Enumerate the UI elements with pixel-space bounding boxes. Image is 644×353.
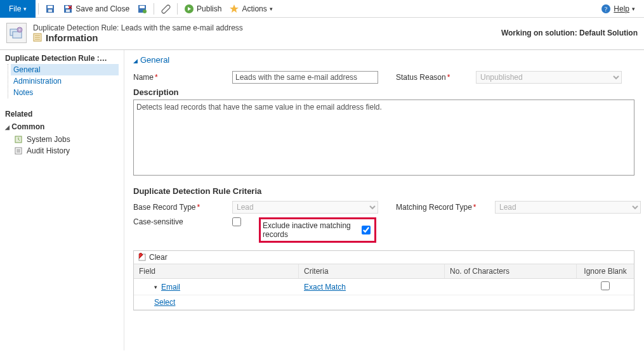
separator [177,3,178,15]
nav-audit-history[interactable]: Audit History [5,145,119,157]
label-case-sensitive: Case-sensitive [133,217,228,226]
field-link[interactable]: Email [161,283,180,292]
section-general[interactable]: General [133,55,633,65]
label-status: Status Reason* [396,73,472,82]
chevron-down-icon: ▾ [632,6,635,12]
actions-menu[interactable]: Actions ▾ [225,0,276,18]
label-exclude-inactive: Exclude inactive matching records [263,221,358,239]
common-header[interactable]: ◢ Common [5,122,119,131]
label-base-type: Base Record Type* [133,203,228,212]
input-name[interactable] [232,71,378,84]
solution-label: Working on solution: Default Solution [501,29,638,37]
attach-button[interactable] [157,0,174,18]
nav-administration[interactable]: Administration [11,75,119,87]
chars-cell [445,300,577,305]
select-base-type[interactable]: Lead [232,201,378,214]
page-title: Information [33,32,495,43]
chars-cell [445,285,577,290]
col-field: Field [134,264,299,278]
help-icon: ? [601,4,611,14]
select-status[interactable]: Unpublished [476,71,622,84]
field-select-link[interactable]: Select [154,298,175,307]
criteria-header: Duplicate Detection Rule Criteria [133,186,633,196]
label-name: Name* [133,73,228,82]
help-label: Help [614,4,629,13]
help-menu[interactable]: ? Help ▾ [597,0,639,18]
select-match-type[interactable]: Lead [495,201,641,214]
checkbox-exclude-inactive[interactable] [362,226,371,234]
col-criteria: Criteria [299,264,445,278]
actions-label: Actions [242,4,266,13]
label-match-type: Matching Record Type* [396,203,491,212]
ignore-cell [577,300,634,305]
criteria-link[interactable]: Exact Match [304,283,346,292]
save-close-label: Save and Close [76,4,129,13]
save-close-button[interactable]: Save and Close [59,0,133,18]
checkbox-ignore-blank[interactable] [601,281,610,290]
clear-button[interactable]: Clear [134,251,634,264]
textarea-description[interactable]: Detects lead records that have the same … [133,99,634,176]
save-button[interactable] [41,0,59,18]
criteria-cell [299,300,445,305]
system-jobs-icon [14,135,23,144]
entity-icon [6,23,27,43]
grid-row[interactable]: ▾Email Exact Match [134,279,634,295]
nav-general[interactable]: General [11,64,119,75]
nav-system-jobs[interactable]: System Jobs [5,134,119,145]
svg-rect-9 [140,6,145,8]
breadcrumb: Duplicate Detection Rule: Leads with the… [33,23,495,32]
svg-rect-2 [48,10,52,12]
publish-label: Publish [197,4,221,13]
separator [38,3,39,15]
save-new-icon [137,4,147,14]
save-new-button[interactable] [133,0,151,18]
save-icon [45,4,55,14]
svg-rect-5 [66,10,70,12]
save-close-icon [63,4,73,14]
nav-title: Duplicate Detection Rule :… [5,54,119,63]
col-ignore: Ignore Blank [577,264,634,278]
svg-rect-1 [48,6,53,8]
label-description: Description [133,87,633,97]
chevron-down-icon: ▾ [270,6,273,12]
related-header: Related [5,110,119,119]
chevron-down-icon: ▾ [23,6,27,12]
svg-text:?: ? [605,6,608,13]
audit-history-icon [14,146,23,155]
form-icon [33,33,42,42]
star-icon [229,4,239,14]
clear-icon [138,253,147,262]
separator [154,3,154,15]
chevron-down-icon[interactable]: ▾ [154,284,157,290]
svg-point-16 [17,27,22,32]
checkbox-case-sensitive[interactable] [232,217,241,226]
grid-row[interactable]: Select [134,295,634,310]
svg-rect-15 [13,32,22,38]
paperclip-icon [161,4,171,14]
file-label: File [9,4,21,13]
nav-notes[interactable]: Notes [11,87,119,98]
col-chars: No. of Characters [445,264,577,278]
publish-icon [184,4,194,14]
publish-button[interactable]: Publish [180,0,225,18]
file-menu[interactable]: File ▾ [0,0,36,18]
svg-point-10 [143,10,147,13]
